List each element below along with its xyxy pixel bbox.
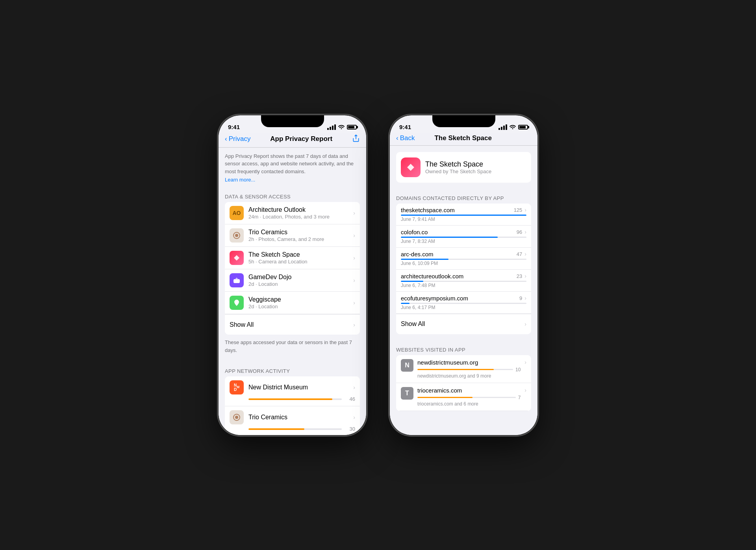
svg-rect-7 <box>235 278 238 279</box>
domain-name: thesketchspace.com <box>401 207 514 213</box>
domain-date: June 7, 9:41 AM <box>401 217 526 222</box>
share-button[interactable] <box>352 134 360 144</box>
app-icon-trio <box>230 228 244 243</box>
show-all-domains-button[interactable]: Show All › <box>396 314 531 334</box>
app-header-owner: Owned by The Sketch Space <box>425 169 491 174</box>
domain-item[interactable]: arc-des.com 47 › June 6, 10:09 PM <box>396 248 531 270</box>
domain-item[interactable]: thesketchspace.com 125 › June 7, 9:41 AM <box>396 204 531 226</box>
app-name: Architecture Outlook <box>248 206 353 213</box>
list-item[interactable]: The Sketch Space 5h · Camera and Locatio… <box>225 247 360 269</box>
app-icon-gamedev <box>230 273 244 287</box>
phone-2: 9:41 ‹ Back Th <box>390 115 537 435</box>
chevron-icon: › <box>524 229 526 235</box>
chevron-icon: › <box>353 232 355 239</box>
app-header-card: The Sketch Space Owned by The Sketch Spa… <box>396 152 531 183</box>
app-icon-sketch <box>230 251 244 265</box>
signal-icon <box>498 124 507 130</box>
app-detail: 5h · Camera and Location <box>248 259 353 265</box>
chevron-icon: › <box>353 300 355 306</box>
nav-title: The Sketch Space <box>434 134 492 142</box>
app-name: New District Museum <box>248 384 353 391</box>
domain-count: 23 <box>517 273 522 279</box>
wifi-icon <box>338 124 345 130</box>
status-time: 9:41 <box>399 124 411 131</box>
notch <box>432 115 495 127</box>
app-name: GameDev Dojo <box>248 274 353 281</box>
app-header-name: The Sketch Space <box>425 160 491 169</box>
network-item-ndm[interactable]: NDM New District Museum › 46 <box>225 376 360 406</box>
network-item-trio[interactable]: Trio Ceramics › 30 <box>225 406 360 435</box>
svg-point-5 <box>237 281 239 282</box>
back-chevron-icon: ‹ <box>225 135 227 143</box>
app-name: Veggiscape <box>248 296 353 303</box>
app-icon-trio <box>230 410 244 424</box>
list-item[interactable]: Veggiscape 2d · Location › <box>225 292 360 314</box>
domains-section-header: DOMAINS CONTACTED DIRECTLY BY APP <box>390 189 537 204</box>
learn-more-link[interactable]: Learn more... <box>219 177 366 187</box>
domain-name: ecofuturesymposium.com <box>401 295 519 302</box>
site-name: trioceramics.com <box>417 387 521 394</box>
app-name: Trio Ceramics <box>248 229 353 236</box>
site-name: newdistrictmuseum.org <box>417 359 521 366</box>
svg-point-10 <box>235 416 238 419</box>
chevron-icon: › <box>353 255 355 261</box>
app-icon-veggie <box>230 296 244 310</box>
chevron-icon: › <box>353 322 355 328</box>
status-icons <box>327 124 357 131</box>
domain-name: arc-des.com <box>401 251 517 257</box>
description-text: App Privacy Report shows the past 7 days… <box>219 148 366 177</box>
domain-count: 96 <box>517 229 522 235</box>
footer-text: These apps accessed your data or sensors… <box>219 335 366 362</box>
domain-name: colofon.co <box>401 229 517 235</box>
websites-list: N newdistrictmuseum.org 10 newdistrictmu… <box>396 355 531 411</box>
chevron-icon: › <box>524 207 526 213</box>
content-scroll[interactable]: App Privacy Report shows the past 7 days… <box>219 148 366 435</box>
domain-item[interactable]: colofon.co 96 › June 7, 8:32 AM <box>396 226 531 248</box>
nav-back-button[interactable]: ‹ Privacy <box>225 135 250 143</box>
domain-item[interactable]: architectureoutlook.com 23 › June 6, 7:4… <box>396 270 531 292</box>
app-detail: 2d · Location <box>248 304 353 309</box>
back-chevron-icon: ‹ <box>396 134 398 142</box>
list-item[interactable]: AO Architecture Outlook 24m · Location, … <box>225 202 360 224</box>
nav-back-label: Privacy <box>229 135 251 143</box>
chevron-icon: › <box>353 414 355 420</box>
status-icons <box>498 124 528 131</box>
bar-count: 30 <box>344 426 355 432</box>
domain-count: 47 <box>517 251 522 257</box>
app-header-icon <box>401 157 421 177</box>
battery-icon <box>518 125 528 130</box>
app-detail: 2d · Location <box>248 281 353 287</box>
site-sub: trioceramics.com and 6 more <box>417 401 521 407</box>
nav-back-label: Back <box>400 134 415 142</box>
site-count: 10 <box>515 367 521 372</box>
battery-icon <box>347 125 357 130</box>
app-detail: 24m · Location, Photos, and 3 more <box>248 214 353 220</box>
wifi-icon <box>510 124 516 130</box>
chevron-icon: › <box>524 359 526 365</box>
content-scroll[interactable]: The Sketch Space Owned by The Sketch Spa… <box>390 146 537 435</box>
list-item[interactable]: GameDev Dojo 2d · Location › <box>225 269 360 292</box>
network-list: NDM New District Museum › 46 <box>225 376 360 435</box>
site-sub: newdistrictmuseum.org and 9 more <box>417 373 521 379</box>
websites-section-header: WEBSITES VISITED IN APP <box>390 341 537 355</box>
domain-date: June 7, 8:32 AM <box>401 239 526 244</box>
website-item[interactable]: N newdistrictmuseum.org 10 newdistrictmu… <box>396 355 531 383</box>
chevron-icon: › <box>524 251 526 257</box>
show-all-button[interactable]: Show All › <box>225 314 360 335</box>
domains-list: thesketchspace.com 125 › June 7, 9:41 AM… <box>396 204 531 334</box>
svg-point-2 <box>235 234 238 237</box>
phone-1: 9:41 ‹ Privacy <box>219 115 366 435</box>
chevron-icon: › <box>524 295 526 301</box>
chevron-icon: › <box>524 321 526 327</box>
app-name: The Sketch Space <box>248 251 353 258</box>
chevron-icon: › <box>353 210 355 216</box>
domain-count: 9 <box>519 295 522 301</box>
nav-back-button[interactable]: ‹ Back <box>396 134 415 142</box>
list-item[interactable]: Trio Ceramics 2h · Photos, Camera, and 2… <box>225 224 360 247</box>
domain-item[interactable]: ecofuturesymposium.com 9 › June 6, 4:17 … <box>396 292 531 314</box>
nav-bar: ‹ Back The Sketch Space <box>390 133 537 146</box>
data-sensor-list: AO Architecture Outlook 24m · Location, … <box>225 202 360 335</box>
website-item[interactable]: T trioceramics.com 7 trioceramics.com an… <box>396 383 531 411</box>
chevron-icon: › <box>353 384 355 391</box>
site-count: 7 <box>518 395 521 400</box>
